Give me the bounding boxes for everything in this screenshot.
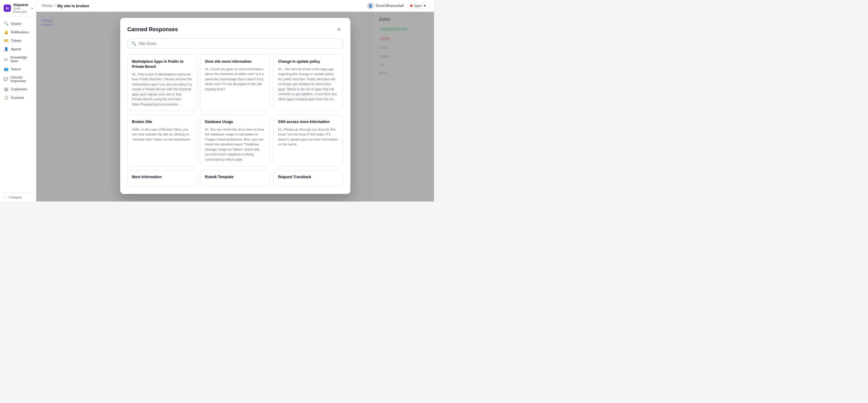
contacts-icon: 📋 xyxy=(4,95,8,100)
sidebar-item-teams[interactable]: 👥 Teams xyxy=(0,65,36,73)
card-title: Request Traceback xyxy=(278,175,338,180)
search-input[interactable] xyxy=(139,41,339,46)
collapse-button[interactable]: ← Collapse xyxy=(4,196,32,199)
canned-response-card[interactable]: Marketplace Apps in Public to Private Be… xyxy=(127,55,197,111)
search-icon: 🔍 xyxy=(4,22,8,26)
sidebar-item-label: Customers xyxy=(11,87,27,91)
status-dot-icon xyxy=(410,4,412,7)
notifications-icon: 🔔 xyxy=(4,30,8,34)
card-body: Hi, You can check the docs here on how t… xyxy=(205,127,265,162)
breadcrumb-separator: / xyxy=(55,4,55,8)
card-title: Rutwik Template xyxy=(205,175,265,180)
brand-chevron: ▼ xyxy=(31,7,34,10)
card-title: Database Usage xyxy=(205,119,265,124)
card-title: SSH access more information xyxy=(278,119,338,124)
breadcrumb-current: My site is broken xyxy=(57,4,89,8)
agents-icon: 👤 xyxy=(4,47,8,51)
sidebar-item-tickets[interactable]: 🎫 Tickets xyxy=(0,36,36,45)
teams-icon: 👥 xyxy=(4,67,8,71)
modal-close-button[interactable]: ✕ xyxy=(335,25,343,34)
collapse-label: Collapse xyxy=(9,196,22,199)
brand-info: Helpdesk Sumit Bhanushali xyxy=(13,3,28,13)
sidebar-item-customers[interactable]: 🏢 Customers xyxy=(0,85,36,93)
sidebar-item-agents[interactable]: 👤 Agents xyxy=(0,45,36,53)
brand-name: Helpdesk xyxy=(13,3,28,7)
sidebar-item-label: Notifications xyxy=(11,30,29,34)
sidebar-item-contacts[interactable]: 📋 Contacts xyxy=(0,93,36,102)
card-body: Hi, , We sent an email a few days ago re… xyxy=(278,67,338,102)
user-name: Sumit Bhanushali xyxy=(376,4,404,8)
canned-responses-icon: 💬 xyxy=(4,77,8,81)
sidebar-item-label: Tickets xyxy=(11,39,21,42)
content-area: Activity John Fulfilled in 20m 31s Faile… xyxy=(36,12,434,202)
tickets-icon: 🎫 xyxy=(4,38,8,43)
breadcrumb: Tickets / My site is broken xyxy=(41,4,89,8)
collapse-arrow-icon: ← xyxy=(4,196,7,199)
card-body: Hi,, Please go through our docs for this… xyxy=(278,127,338,147)
sidebar-item-label: Teams xyxy=(11,67,21,71)
canned-response-card[interactable]: Rutwik Template xyxy=(200,170,270,186)
card-title: Broken Site xyxy=(132,119,192,124)
topbar-user: 👤 Sumit Bhanushali xyxy=(367,2,404,9)
modal-title: Canned Responses xyxy=(127,26,178,33)
modal-header: Canned Responses ✕ xyxy=(127,25,343,34)
card-title: Change in update policy xyxy=(278,59,338,64)
sidebar-item-search[interactable]: 🔍 Search xyxy=(0,20,36,28)
sidebar-nav: 🔍 Search 🔔 Notifications 🎫 Tickets 👤 Age… xyxy=(0,17,36,193)
canned-response-card[interactable]: Slow site more information Hi,, Could yo… xyxy=(200,55,270,111)
avatar: 👤 xyxy=(367,2,374,9)
card-body: Hi,, This is due to Marketplace removed … xyxy=(132,72,192,107)
customers-icon: 🏢 xyxy=(4,87,8,91)
status-badge[interactable]: Open ▼ xyxy=(407,3,429,9)
card-body: Hi,, Could you give us more information … xyxy=(205,67,265,92)
card-title: More Information xyxy=(132,175,192,180)
status-label: Open xyxy=(414,4,422,7)
canned-response-card[interactable]: SSH access more information Hi,, Please … xyxy=(274,115,343,166)
card-title: Marketplace Apps in Public to Private Be… xyxy=(132,59,192,69)
card-body: Hello, In the case of Broken Sites, you … xyxy=(132,127,192,142)
search-bar: 🔍 xyxy=(127,38,343,49)
topbar: Tickets / My site is broken 👤 Sumit Bhan… xyxy=(36,0,434,12)
status-chevron-icon: ▼ xyxy=(423,4,427,7)
breadcrumb-parent[interactable]: Tickets xyxy=(41,4,53,8)
canned-response-card[interactable]: Broken Site Hello, In the case of Broken… xyxy=(127,115,197,166)
canned-response-card[interactable]: More Information xyxy=(127,170,197,186)
sidebar-item-label: Canned responses xyxy=(10,76,32,83)
search-icon: 🔍 xyxy=(131,41,136,46)
knowledge-base-icon: 📖 xyxy=(4,57,8,61)
sidebar-item-label: Search xyxy=(11,22,22,25)
canned-responses-modal: Canned Responses ✕ 🔍 Marketplace Apps in… xyxy=(120,18,350,194)
sidebar-item-knowledge-base[interactable]: 📖 Knowledge base xyxy=(0,53,36,65)
sidebar-item-label: Knowledge base xyxy=(10,55,32,63)
canned-response-card[interactable]: Database Usage Hi, You can check the doc… xyxy=(200,115,270,166)
sidebar-item-notifications[interactable]: 🔔 Notifications xyxy=(0,28,36,36)
topbar-right: 👤 Sumit Bhanushali Open ▼ xyxy=(367,2,429,9)
brand-sub: Sumit Bhanushali xyxy=(13,7,28,13)
app-logo: H xyxy=(4,4,11,12)
modal-overlay[interactable]: Canned Responses ✕ 🔍 Marketplace Apps in… xyxy=(36,12,434,202)
canned-response-card[interactable]: Request Traceback xyxy=(274,170,343,186)
sidebar-item-canned-responses[interactable]: 💬 Canned responses xyxy=(0,73,36,85)
card-title: Slow site more information xyxy=(205,59,265,64)
sidebar-footer: ← Collapse xyxy=(0,193,36,202)
main-content: Tickets / My site is broken 👤 Sumit Bhan… xyxy=(36,0,434,202)
canned-response-card[interactable]: Change in update policy Hi, , We sent an… xyxy=(274,55,343,111)
sidebar-header[interactable]: H Helpdesk Sumit Bhanushali ▼ xyxy=(0,0,36,17)
sidebar: H Helpdesk Sumit Bhanushali ▼ 🔍 Search 🔔… xyxy=(0,0,36,202)
sidebar-item-label: Contacts xyxy=(11,96,24,99)
sidebar-item-label: Agents xyxy=(11,47,21,51)
cards-grid: Marketplace Apps in Public to Private Be… xyxy=(127,55,343,186)
